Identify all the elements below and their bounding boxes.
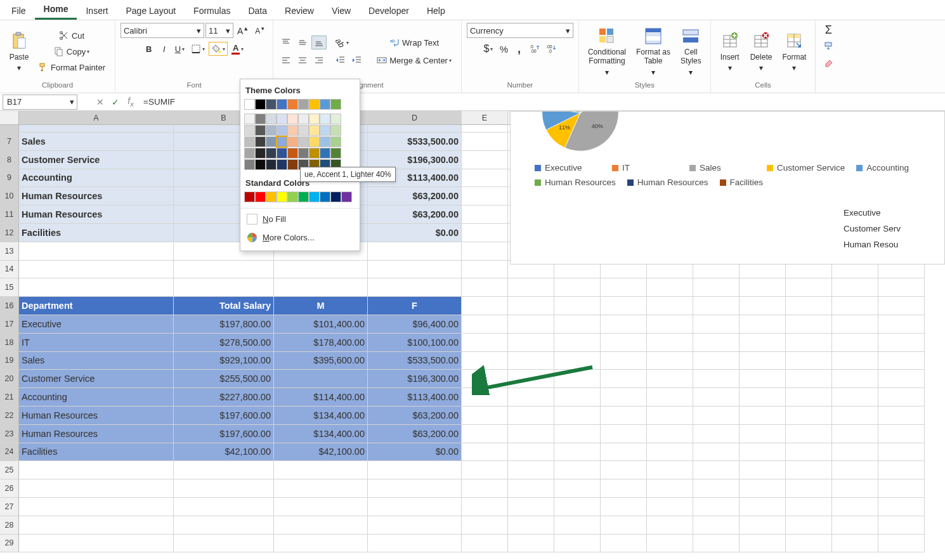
cell[interactable] (508, 461, 554, 479)
delete-cells-button[interactable]: Delete▾ (746, 28, 776, 75)
row-header[interactable]: 21 (0, 388, 19, 407)
color-swatch[interactable] (330, 148, 341, 159)
cell[interactable]: $533,500.00 (368, 352, 462, 370)
name-box[interactable]: B17▾ (3, 94, 77, 110)
color-swatch[interactable] (320, 114, 330, 124)
cell[interactable] (601, 498, 647, 516)
row-header[interactable]: 18 (0, 334, 19, 352)
cell[interactable] (832, 479, 878, 498)
format-painter-button[interactable]: Format Painter (36, 60, 110, 74)
cell[interactable] (878, 315, 925, 334)
color-swatch[interactable] (330, 99, 341, 110)
row-header[interactable]: 16 (0, 297, 19, 315)
enter-formula-button[interactable]: ✓ (108, 94, 123, 110)
cell[interactable] (786, 388, 832, 407)
cell[interactable] (832, 388, 878, 407)
cell[interactable] (508, 352, 554, 370)
color-swatch[interactable] (266, 125, 277, 136)
cell[interactable]: Customer Service (19, 370, 174, 388)
cell[interactable] (462, 516, 508, 535)
cell[interactable] (274, 370, 368, 388)
cell[interactable] (19, 516, 174, 535)
row-header[interactable]: 24 (0, 443, 19, 462)
cell[interactable]: $227,800.00 (174, 388, 274, 407)
font-size-select[interactable]: 11▾ (205, 23, 233, 38)
cell[interactable]: $100,100.00 (368, 334, 462, 352)
cell[interactable] (174, 261, 274, 279)
row-header[interactable]: 12 (0, 224, 19, 242)
cell[interactable] (878, 425, 925, 443)
cell[interactable] (832, 352, 878, 370)
cell[interactable] (368, 479, 462, 498)
cell[interactable] (601, 278, 647, 297)
cell[interactable] (786, 370, 832, 388)
cell[interactable] (462, 407, 508, 425)
cell[interactable]: Executive (19, 315, 174, 334)
tab-formulas[interactable]: Formulas (185, 1, 239, 20)
cell[interactable] (174, 278, 274, 297)
cell[interactable] (693, 352, 740, 370)
no-fill-button[interactable]: No Fill (244, 210, 356, 228)
color-swatch[interactable] (266, 159, 277, 170)
cell[interactable]: $42,100.00 (174, 443, 274, 462)
cell[interactable] (786, 535, 832, 553)
cell[interactable]: $63,200.00 (368, 407, 462, 425)
cell[interactable] (647, 535, 693, 553)
color-swatch[interactable] (298, 114, 309, 124)
cell[interactable] (554, 443, 601, 462)
cell[interactable] (832, 461, 878, 479)
align-middle-button[interactable] (295, 36, 310, 49)
cell[interactable] (740, 334, 786, 352)
cell[interactable]: Sales (19, 133, 174, 151)
cell[interactable] (740, 370, 786, 388)
color-swatch[interactable] (277, 136, 287, 147)
cell[interactable] (693, 334, 740, 352)
cell[interactable] (693, 370, 740, 388)
cell[interactable] (693, 407, 740, 425)
cell[interactable]: Accounting (19, 169, 174, 188)
cell[interactable] (647, 425, 693, 443)
cell[interactable] (19, 242, 174, 261)
cell[interactable] (832, 370, 878, 388)
cut-button[interactable]: Cut (36, 29, 110, 42)
cell[interactable] (274, 535, 368, 553)
cell[interactable] (462, 425, 508, 443)
cell[interactable] (462, 461, 508, 479)
tab-developer[interactable]: Developer (360, 1, 418, 20)
more-colors-button[interactable]: More Colors... (244, 228, 356, 247)
cell[interactable] (878, 479, 925, 498)
cell[interactable]: $114,400.00 (274, 388, 368, 407)
row-header[interactable]: 22 (0, 407, 19, 425)
color-swatch[interactable] (330, 125, 341, 136)
cell[interactable] (740, 498, 786, 516)
cell[interactable] (601, 388, 647, 407)
merge-center-button[interactable]: Merge & Center ▾ (372, 53, 456, 67)
row-header[interactable]: 10 (0, 187, 19, 205)
cell[interactable] (832, 535, 878, 553)
color-swatch[interactable] (309, 192, 320, 202)
cell[interactable]: Customer Service (19, 151, 174, 169)
cell[interactable]: Human Resources (19, 187, 174, 205)
fill-color-button[interactable]: ▾ (209, 42, 228, 56)
cell[interactable]: $63,200.00 (368, 425, 462, 443)
font-name-select[interactable]: Calibri▾ (121, 23, 204, 38)
cell[interactable] (693, 425, 740, 443)
cell[interactable] (786, 297, 832, 315)
cell[interactable]: $178,400.00 (274, 334, 368, 352)
color-swatch[interactable] (287, 99, 298, 110)
cell[interactable] (832, 315, 878, 334)
cell[interactable] (19, 261, 174, 279)
cell[interactable] (878, 461, 925, 479)
color-swatch[interactable] (244, 192, 255, 202)
cell[interactable] (647, 315, 693, 334)
color-swatch[interactable] (298, 136, 309, 147)
cell[interactable] (832, 278, 878, 297)
cell[interactable]: Human Resources (19, 205, 174, 224)
cell[interactable]: IT (19, 334, 174, 352)
cell[interactable] (554, 516, 601, 535)
color-swatch[interactable] (266, 114, 277, 124)
color-swatch[interactable] (298, 148, 309, 159)
cell[interactable]: Human Resources (19, 425, 174, 443)
cell[interactable] (368, 535, 462, 553)
paste-button[interactable]: Paste ▾ (5, 28, 33, 75)
